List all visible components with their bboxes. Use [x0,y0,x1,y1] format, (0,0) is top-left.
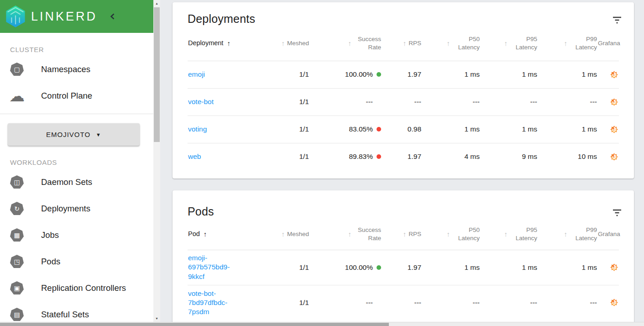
column-header-pod[interactable]: Pod↑ [188,219,267,250]
deployment-link[interactable]: web [188,152,201,160]
collapse-sidebar-button[interactable] [107,11,118,22]
sort-arrow-icon: ↑ [403,230,407,238]
namespace-selector-button[interactable]: EMOJIVOTO ▼ [8,123,140,146]
pods-card-title: Pods [188,205,214,218]
sidebar-item-label: Stateful Sets [41,310,89,320]
column-header-p50-latency[interactable]: ↑P50 Latency [422,26,480,61]
sidebar-nav-item[interactable]: ↻ Deployments [0,195,153,222]
linkerd-logo-text: LINKERD [31,10,97,24]
column-header-rps[interactable]: ↑RPS [382,219,422,250]
jobs-icon: ▦ [10,228,24,242]
sidebar-nav-item[interactable]: ▣ Replication Controllers [0,275,153,301]
p50-latency-value: 4 ms [422,143,480,170]
sort-arrow-icon: ↑ [504,230,508,238]
column-header-p95-latency[interactable]: ↑P95 Latency [480,219,538,250]
sort-arrow-icon: ↑ [348,39,352,47]
success-rate-value: --- [366,98,373,106]
meshed-value: 1/1 [267,285,309,320]
deployment-link[interactable]: voting [188,125,207,133]
p99-latency-value: 10 ms [538,143,597,170]
column-header-meshed[interactable]: ↑Meshed [267,26,309,61]
p99-latency-value: 1 ms [538,116,597,143]
grafana-link[interactable] [610,97,618,106]
scroll-up-button[interactable]: ▲ [153,0,160,7]
chevron-left-icon [107,11,118,22]
success-rate-cell: 100.00% [309,61,382,88]
meshed-value: 1/1 [267,250,309,285]
deployment-link[interactable]: emoji [188,70,205,78]
pods-icon: ◳ [10,255,24,268]
pod-link[interactable]: emoji-697b575bd9-9kkcf [188,253,243,281]
filter-icon[interactable] [612,16,622,26]
p99-latency-value: --- [538,285,597,320]
rps-value: 1.97 [382,61,422,88]
sidebar-scrollbar[interactable]: ▲ ▼ [153,0,160,322]
pods-table: Pod↑ ↑Meshed ↑Success Rate ↑RPS ↑P50 Lat [188,219,619,320]
filter-icon[interactable] [612,209,622,219]
sidebar-nav-item[interactable]: ☁ Control Plane [0,83,153,109]
column-header-success-rate[interactable]: ↑Success Rate [309,219,382,250]
grafana-link[interactable] [610,125,618,133]
main-content: Deployments Deploy [160,0,644,326]
p50-latency-value: --- [422,88,480,116]
namespaces-icon: ▢ [10,63,24,76]
column-header-p95-latency[interactable]: ↑P95 Latency [480,26,538,61]
sidebar-divider [0,114,153,114]
column-header-grafana: Grafana [597,26,619,61]
column-header-meshed[interactable]: ↑Meshed [267,219,309,250]
pods-table-header-row: Pod↑ ↑Meshed ↑Success Rate ↑RPS ↑P50 Lat [188,219,619,250]
success-rate-cell: 83.05% [309,116,382,143]
sort-arrow-icon: ↑ [348,230,352,238]
column-header-p99-latency[interactable]: ↑P99 Latency [538,26,597,61]
sidebar-nav-item[interactable]: ▢ Namespaces [0,56,153,83]
success-rate-value: 100.00% [345,70,373,79]
p50-latency-value: 1 ms [422,61,480,88]
success-rate-dot [377,154,381,159]
pod-link[interactable]: vote-bot-7bd97dfbdc-7psdm [188,289,243,316]
sidebar-nav-item[interactable]: ◳ Pods [0,248,153,275]
workloads-nav: ◫ Daemon Sets ↻ Deployments [0,169,153,326]
deployment-link[interactable]: vote-bot [188,98,214,105]
sidebar-item-label: Replication Controllers [41,283,126,293]
sort-arrow-icon: ↑ [227,39,230,47]
linkerd-logo[interactable]: LINKERD [4,5,97,28]
column-header-p50-latency[interactable]: ↑P50 Latency [422,219,480,250]
rps-value: --- [382,88,422,116]
grafana-icon [610,152,618,161]
sort-arrow-icon: ↑ [447,230,450,238]
rps-value: 1.97 [382,250,422,285]
cluster-section-label: CLUSTER [0,46,153,53]
horizontal-scrollbar-thumb[interactable] [0,323,389,326]
success-rate-cell: 100.00% [309,250,382,285]
column-header-success-rate[interactable]: ↑Success Rate [309,26,382,61]
success-rate-dot [377,265,381,270]
sidebar-nav-item[interactable]: ▦ Jobs [0,222,153,248]
column-header-p99-latency[interactable]: ↑P99 Latency [538,219,597,250]
sidebar-nav-item[interactable]: ◫ Daemon Sets [0,169,153,195]
scroll-down-button[interactable]: ▼ [153,315,160,322]
p95-latency-value: 9 ms [480,143,538,170]
sidebar: LINKERD CLUSTER ▢ Namespaces [0,0,153,326]
grafana-link[interactable] [610,298,618,307]
grafana-icon [610,298,618,307]
column-header-rps[interactable]: ↑RPS [382,26,422,61]
p95-latency-value: 1 ms [480,61,538,88]
deployment-table-row: vote-bot 1/1 --- --- --- --- --- [188,88,619,116]
p95-latency-value: 1 ms [480,250,538,285]
meshed-value: 1/1 [267,116,309,143]
sort-arrow-icon: ↑ [403,39,407,47]
deployments-card: Deployments Deploy [173,2,634,179]
grafana-link[interactable] [610,70,618,79]
grafana-link[interactable] [610,263,618,272]
sort-arrow-icon: ↑ [564,39,568,47]
horizontal-scrollbar[interactable] [0,322,644,326]
column-header-deployment[interactable]: Deployment↑ [188,26,267,61]
stateful-sets-icon: ▤ [10,308,24,321]
grafana-link[interactable] [610,152,618,161]
meshed-value: 1/1 [267,88,309,116]
sidebar-scrollbar-thumb[interactable] [154,7,160,142]
pod-table-row: vote-bot-7bd97dfbdc-7psdm 1/1 --- --- --… [188,285,619,320]
sort-arrow-icon: ↑ [447,39,450,47]
daemon-sets-icon: ◫ [10,175,24,189]
linkerd-logo-icon [4,5,27,28]
